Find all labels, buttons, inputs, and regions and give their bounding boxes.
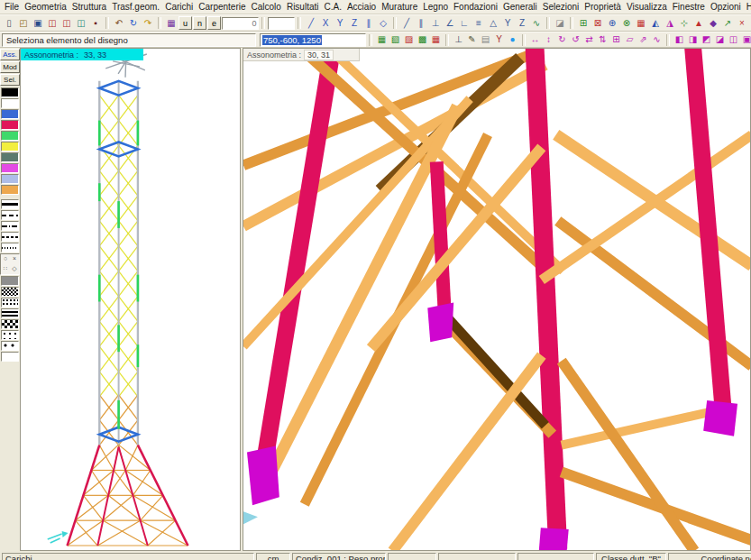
assign-button[interactable]: Ass. [0,49,20,60]
snap-grid-icon[interactable]: ≡ [472,16,486,30]
node-tool-icon-2[interactable]: ⊠ [591,16,605,30]
snap-curve-icon[interactable]: ∿ [529,16,544,30]
node-tool-icon-9[interactable]: ▲ [691,16,706,30]
node-tool-icon-12[interactable]: × [735,16,749,30]
modify-button[interactable]: Mod [0,61,20,73]
node-tool-icon-7[interactable]: ◮ [663,16,677,30]
snap-line-icon[interactable]: ╱ [399,16,414,30]
hatch-checker-fine[interactable] [1,287,19,297]
open-folder-icon[interactable]: ◰ [16,16,31,30]
swatch-blue[interactable] [1,109,19,119]
polygon-icon[interactable]: ◇ [376,16,390,30]
view-window-icon-1[interactable]: ◫ [45,16,60,30]
snap-angle-icon[interactable]: ∠ [443,16,457,30]
menu-calcolo[interactable]: Calcolo [249,1,284,13]
viewport-closeup[interactable]: Assonometria : 30, 31 [243,48,751,551]
menu-proprieta[interactable]: Proprietà [582,1,624,13]
menu-carichi[interactable]: Carichi [162,1,196,13]
menu-finestre[interactable]: Finestre [670,1,708,13]
tower-drawing[interactable] [21,49,238,550]
select-tool-icon-1[interactable]: ▦ [375,33,389,47]
menu-struttura[interactable]: Struttura [69,1,109,13]
marker-circle-icon[interactable]: ○ [1,254,10,264]
swatch-crimson[interactable] [1,120,19,130]
menu-opzioni[interactable]: Opzioni [708,1,744,13]
coordinate-input[interactable]: 750,-600, 1250 [260,33,366,47]
swatch-lavender[interactable] [1,174,19,184]
view-window-icon-3[interactable]: ◫ [74,16,88,30]
linestyle-dotted[interactable] [1,243,19,252]
swatch-white[interactable] [1,98,19,108]
menu-fondazioni[interactable]: Fondazioni [451,1,500,13]
snap-perpendicular-icon[interactable]: ⊥ [428,16,443,30]
toggle-n-button[interactable]: n [193,16,206,30]
copy-grid-icon[interactable]: ⊞ [609,33,623,47]
layers-icon[interactable]: ▦ [164,16,179,30]
node-tool-icon-3[interactable]: ⊕ [605,16,619,30]
view-window-icon-2[interactable]: ◫ [60,16,74,30]
refresh-icon[interactable]: ↻ [126,16,141,30]
menu-visualizza[interactable]: Visualizza [624,1,670,13]
snap-y-icon[interactable]: Y [500,16,515,30]
parallel-icon[interactable]: ∥ [362,16,376,30]
menu-ca[interactable]: C.A. [321,1,343,13]
axis-z-icon[interactable]: Z [347,16,362,30]
hatch-dots-fine[interactable] [1,298,19,308]
swatch-orange[interactable] [1,185,19,195]
sheet-icon[interactable]: ▤ [479,33,492,47]
swap-v-icon[interactable]: ⇅ [596,33,609,47]
linestyle-fine-dash[interactable] [1,232,19,242]
extrude-icon-4[interactable]: ◪ [713,33,727,47]
closeup-drawing[interactable] [243,49,751,550]
menu-selezioni[interactable]: Selezioni [540,1,582,13]
shear-icon[interactable]: ▱ [623,33,637,47]
snap-corner-icon[interactable]: ∟ [457,16,472,30]
wave-icon[interactable]: ∿ [650,33,664,47]
node-tool-icon-10[interactable]: ◆ [706,16,720,30]
hatch-stripes[interactable] [1,308,19,318]
extrude-icon-2[interactable]: ◨ [686,33,700,47]
swatch-slate[interactable] [1,152,19,162]
rotate-ccw-icon[interactable]: ↺ [569,33,582,47]
menu-trasf-geom[interactable]: Trasf.geom. [109,1,162,13]
view-dark-icon[interactable]: ▪ [88,16,103,30]
viewport-tower-title[interactable]: Assonometria : 33, 33 [21,49,143,60]
toggle-u-button[interactable]: u [179,16,192,30]
draw-line-icon[interactable]: ╱ [304,16,318,30]
eraser-icon[interactable]: ◪ [553,16,567,30]
fork-icon[interactable]: Y [492,33,506,47]
hatch-solid-gray[interactable] [1,276,19,286]
extrude-icon-5[interactable]: ◫ [727,33,740,47]
menu-carpenterie[interactable]: Carpenterie [196,1,248,13]
linestyle-dashed[interactable] [1,210,19,220]
counter-field[interactable]: 0 [222,17,259,30]
hatch-white[interactable] [1,352,19,362]
move-h-icon[interactable]: ↔ [528,33,542,47]
menu-geometria[interactable]: Geometria [22,1,69,13]
undo-icon[interactable]: ↶ [112,16,126,30]
linestyle-thick-solid[interactable] [1,199,19,209]
select-tool-icon-2[interactable]: ▧ [389,33,402,47]
axis-x-icon[interactable]: X [318,16,333,30]
snap-triangle-icon[interactable]: △ [486,16,500,30]
linestyle-dash-dot[interactable] [1,221,19,231]
swap-h-icon[interactable]: ⇄ [582,33,596,47]
new-file-icon[interactable]: ▯ [2,16,16,30]
marker-style-grid[interactable]: ○ × ∷ ◇ [0,253,20,275]
menu-acciaio[interactable]: Acciaio [344,1,379,13]
swatch-green[interactable] [1,131,19,141]
hatch-dots-coarse[interactable] [1,341,19,351]
viewport-tower[interactable]: Assonometria : 33, 33 [20,48,241,551]
save-icon[interactable]: ▣ [31,16,45,30]
menu-risultati[interactable]: Risultati [284,1,322,13]
swatch-black[interactable] [1,87,19,97]
menu-file[interactable]: File [2,1,22,13]
pen-icon[interactable]: ✎ [465,33,479,47]
hatch-checker-mid[interactable] [1,319,19,329]
select-tool-icon-3[interactable]: ▨ [402,33,416,47]
offset-icon[interactable]: ⇗ [637,33,650,47]
node-tool-icon-8[interactable]: ⊹ [677,16,691,30]
rotate-cw-icon[interactable]: ↻ [555,33,569,47]
extrude-icon-1[interactable]: ◧ [673,33,686,47]
node-tool-icon-6[interactable]: ◭ [648,16,663,30]
